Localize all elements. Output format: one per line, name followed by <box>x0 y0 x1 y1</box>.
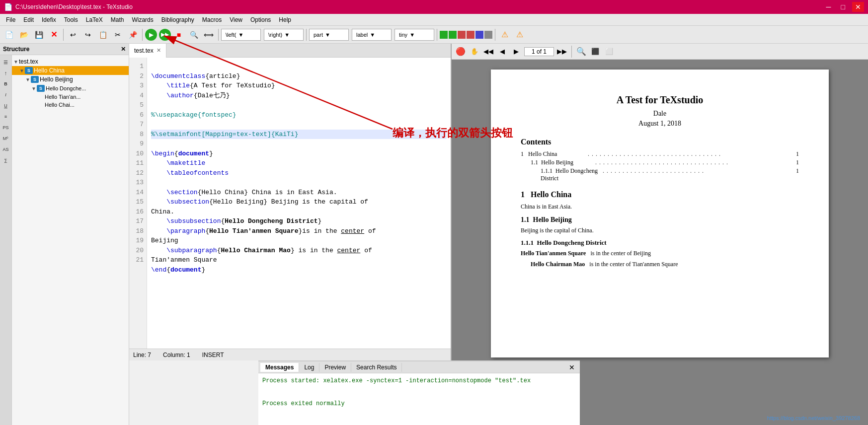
tree-label-hb: Hello Beijing <box>40 76 73 83</box>
open-file-button[interactable]: 📂 <box>17 28 31 42</box>
maximize-button[interactable]: □ <box>838 2 848 12</box>
toolbar-sep-4 <box>306 29 307 41</box>
sidebar-icon-7[interactable]: PS <box>1 123 11 133</box>
tree-item-hello-dongche[interactable]: ▼ S Hello Dongche... <box>12 84 129 93</box>
menu-idefix[interactable]: Idefix <box>38 15 60 24</box>
menu-tools[interactable]: Tools <box>60 15 82 24</box>
color-btn-6[interactable] <box>484 31 492 39</box>
paste-button[interactable]: 📌 <box>126 28 140 42</box>
pdf-full-page[interactable]: ⬜ <box>603 46 615 58</box>
pdf-fwd-button[interactable]: ▶ <box>510 46 522 58</box>
tiny-dropdown[interactable]: tiny ▼ <box>395 29 434 41</box>
tree-item-root[interactable]: ▼ test.tex <box>12 57 129 66</box>
part-dropdown[interactable]: part ▼ <box>309 29 349 41</box>
structure-close[interactable]: ✕ <box>121 46 126 53</box>
toc-dots-1-1-1: . . . . . . . . . . . . . . . . . . . . … <box>603 167 789 182</box>
color-btn-5[interactable] <box>475 31 483 39</box>
stop-button[interactable]: ■ <box>172 28 186 42</box>
right-paren-arrow: ▼ <box>284 32 290 38</box>
color-btn-2[interactable] <box>449 31 457 39</box>
sidebar-icon-9[interactable]: AS <box>1 144 11 154</box>
pdf-zoom-out[interactable]: 🔍 <box>575 46 587 58</box>
sidebar-icon-3[interactable]: B <box>1 79 11 89</box>
warning-btn-2[interactable]: ⚠ <box>513 28 527 42</box>
pdf-last-page[interactable]: ▶▶ <box>556 46 568 58</box>
bottom-tab-messages[interactable]: Messages <box>260 363 299 372</box>
bottom-tab-preview[interactable]: Preview <box>319 363 351 372</box>
toc-page-1: 1 <box>789 150 799 158</box>
sidebar-icon-10[interactable]: ∑ <box>1 155 11 165</box>
pdf-author: Dale <box>521 110 799 118</box>
editor-tab-test[interactable]: test.tex ✕ <box>129 44 166 58</box>
menu-help[interactable]: Help <box>275 15 295 24</box>
menu-wizards[interactable]: Wizards <box>128 15 157 24</box>
undo-button[interactable]: ↩ <box>66 28 80 42</box>
code-editor[interactable]: 1 2 3 4 5 6 7 8 9 10 11 12 13 14 15 16 1 <box>129 58 451 349</box>
pdf-full-width[interactable]: ⬛ <box>589 46 601 58</box>
menu-bibliography[interactable]: Bibliography <box>158 15 198 24</box>
minimize-button[interactable]: ─ <box>823 2 834 12</box>
cut-button[interactable]: ✂ <box>111 28 125 42</box>
bottom-panel: Messages Log Preview Search Results ✕ Pr… <box>258 360 580 425</box>
menu-view[interactable]: View <box>226 15 246 24</box>
sync-button[interactable]: ⟺ <box>202 28 216 42</box>
menu-file[interactable]: File <box>2 15 19 24</box>
run-button[interactable]: ▶ <box>145 29 157 41</box>
titlebar-controls: ─ □ ✕ <box>823 2 864 12</box>
tree-item-hello-chai[interactable]: Hello Chai... <box>12 101 129 109</box>
tree-item-hello-tianan[interactable]: Hello Tian'an... <box>12 93 129 101</box>
tree-label-hd: Hello Dongche... <box>46 85 86 91</box>
bottom-tab-search[interactable]: Search Results <box>351 363 402 372</box>
bottom-tab-log[interactable]: Log <box>299 363 319 372</box>
titlebar-left: 📄 C:\Users\dehen\Desktop\test.tex - TeXs… <box>4 3 133 11</box>
tree-toggle-hch <box>39 102 45 108</box>
search-toolbar-button[interactable]: 🔍 <box>187 28 201 42</box>
new-file-button[interactable]: 📄 <box>2 28 16 42</box>
code-content[interactable]: \documentclass{article} \title{A Test fo… <box>147 58 451 349</box>
bottom-close-button[interactable]: ✕ <box>566 363 578 371</box>
tree-item-hello-china[interactable]: ▼ S Hello China <box>12 66 129 75</box>
color-btn-3[interactable] <box>458 31 466 39</box>
save-file-button[interactable]: 💾 <box>32 28 46 42</box>
run-double-button[interactable]: ▶▶ <box>159 29 171 41</box>
watermark-url: https://blog.csdn.net/weixin_39278268 <box>767 415 860 421</box>
pdf-date: August 1, 2018 <box>521 120 799 128</box>
pdf-subsection-1: 1.1 Hello Beijing <box>521 216 799 224</box>
close-file-button[interactable]: ✕ <box>47 28 61 42</box>
pdf-hand-button[interactable]: ✋ <box>469 46 480 58</box>
status-line: Line: 7 <box>133 352 151 358</box>
sidebar-icon-2[interactable]: ↑ <box>1 68 11 78</box>
editor-tab-close[interactable]: ✕ <box>157 47 161 54</box>
pdf-page-info: 1 of 1 <box>524 47 554 56</box>
pdf-sync-button[interactable]: 🔴 <box>455 46 467 58</box>
menu-latex[interactable]: LaTeX <box>82 15 107 24</box>
structure-panel: Structure ✕ ☰ ↑ B I U ≡ PS M⁰ AS ∑ ▼ tes <box>0 44 129 425</box>
structure-tree: ▼ test.tex ▼ S Hello China ▼ S Hello Bei… <box>12 55 129 425</box>
sidebar-icon-6[interactable]: ≡ <box>1 112 11 122</box>
color-btn-4[interactable] <box>467 31 474 39</box>
menu-math[interactable]: Math <box>107 15 128 24</box>
tree-item-hello-beijing[interactable]: ▼ S Hello Beijing <box>12 75 129 84</box>
pdf-prev-page[interactable]: ◀◀ <box>482 46 494 58</box>
process-line-2 <box>262 390 576 399</box>
menu-macros[interactable]: Macros <box>198 15 226 24</box>
copy-button[interactable]: 📋 <box>96 28 110 42</box>
redo-button[interactable]: ↪ <box>81 28 95 42</box>
titlebar-title: C:\Users\dehen\Desktop\test.tex - TeXstu… <box>15 3 133 10</box>
close-button[interactable]: ✕ <box>852 2 864 12</box>
left-paren-dropdown[interactable]: \left( ▼ <box>221 29 261 41</box>
sidebar-icon-1[interactable]: ☰ <box>1 57 11 67</box>
right-paren-dropdown[interactable]: \right) ▼ <box>264 29 304 41</box>
titlebar: 📄 C:\Users\dehen\Desktop\test.tex - TeXs… <box>0 0 868 14</box>
sidebar-icon-5[interactable]: U <box>1 101 11 111</box>
sidebar-icon-4[interactable]: I <box>1 90 11 100</box>
sidebar-icon-8[interactable]: M⁰ <box>1 134 11 143</box>
menu-edit[interactable]: Edit <box>19 15 38 24</box>
color-btn-1[interactable] <box>440 31 448 39</box>
pdf-back-button[interactable]: ◀ <box>496 46 508 58</box>
label-dropdown[interactable]: label ▼ <box>352 29 392 41</box>
editor-tab-bar: test.tex ✕ <box>129 44 451 58</box>
menu-options[interactable]: Options <box>246 15 275 24</box>
pdf-para-label-1: Hello Tian'anmen Square <box>521 250 586 257</box>
warning-btn-1[interactable]: ⚠ <box>498 28 512 42</box>
